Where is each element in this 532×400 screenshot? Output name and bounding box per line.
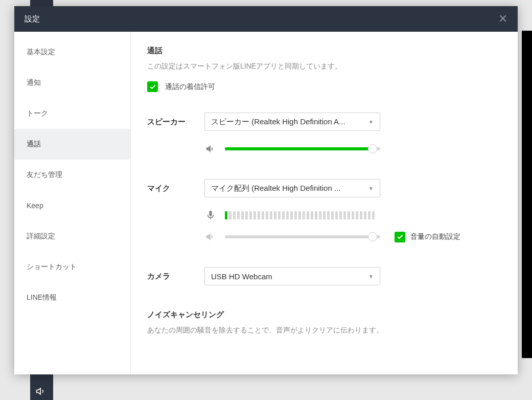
mic-level-bar: [303, 211, 305, 219]
mic-level-bar: [278, 211, 281, 219]
mic-section: マイク マイク配列 (Realtek High Definition ... ▼: [147, 179, 501, 242]
mic-level-bar: [335, 211, 338, 219]
mic-level-bar: [294, 211, 297, 219]
allow-incoming-checkbox[interactable]: [147, 81, 158, 92]
noise-section: ノイズキャンセリング あなたの周囲の騒音を除去することで、音声がよりクリアに伝わ…: [147, 310, 501, 335]
speaker-label: スピーカー: [147, 117, 204, 127]
sidebar-item-label: 通話: [27, 140, 41, 149]
camera-select[interactable]: USB HD Webcam ▼: [204, 267, 380, 285]
auto-volume-checkbox[interactable]: [395, 232, 405, 242]
mic-selected-value: マイク配列 (Realtek High Definition ...: [211, 184, 340, 193]
noise-title: ノイズキャンセリング: [147, 310, 501, 320]
sidebar-item-keep[interactable]: Keep: [14, 190, 130, 221]
mic-level-bar: [282, 211, 285, 219]
camera-selected-value: USB HD Webcam: [211, 272, 272, 281]
mic-level-bar: [290, 211, 293, 219]
sidebar-item-label: 通知: [27, 78, 41, 87]
mic-level-bar: [253, 211, 256, 219]
mic-level-bar: [237, 211, 240, 219]
mic-level-bar: [352, 211, 354, 219]
sidebar-item-line-info[interactable]: LINE情報: [14, 282, 130, 313]
speaker-select[interactable]: スピーカー (Realtek High Definition A... ▼: [204, 113, 380, 131]
modal-body: 基本設定 通知 トーク 通話 友だち管理 Keep 詳細設定 ショートカット L…: [14, 32, 518, 374]
mic-level-bar: [262, 211, 264, 219]
mic-volume-slider[interactable]: [225, 235, 380, 238]
noise-description: あなたの周囲の騒音を除去することで、音声がよりクリアに伝わります。: [147, 326, 501, 335]
mic-level-bar: [311, 211, 313, 219]
svg-marker-0: [37, 388, 41, 394]
mic-level-bar: [348, 211, 350, 219]
mic-level-bar: [368, 211, 371, 219]
mic-level-bar: [249, 211, 252, 219]
mic-level-bar: [298, 211, 301, 219]
mic-level-bar: [233, 211, 236, 219]
chevron-down-icon: ▼: [368, 119, 374, 125]
mic-level-row: [204, 210, 501, 221]
speaker-volume-slider[interactable]: [225, 147, 380, 150]
allow-incoming-row: 通話の着信許可: [147, 81, 501, 92]
call-section-description: この設定はスマートフォン版LINEアプリと同期しています。: [147, 62, 501, 71]
camera-row: カメラ USB HD Webcam ▼: [147, 267, 501, 285]
mic-level-bar: [274, 211, 276, 219]
mic-level-bar: [360, 211, 362, 219]
sidebar-item-advanced[interactable]: 詳細設定: [14, 221, 130, 252]
sidebar-item-label: 詳細設定: [27, 232, 55, 241]
slider-thumb[interactable]: [368, 144, 377, 153]
auto-volume-row: 音量の自動設定: [395, 232, 460, 242]
sidebar-item-label: ショートカット: [27, 262, 77, 272]
speaker-row: スピーカー スピーカー (Realtek High Definition A..…: [147, 113, 501, 131]
sidebar-item-label: LINE情報: [27, 293, 57, 302]
mic-level-bar: [258, 211, 260, 219]
background-right-panel: [522, 31, 532, 358]
sidebar-item-notification[interactable]: 通知: [14, 68, 130, 98]
mic-level-bar: [225, 211, 227, 219]
sidebar-item-talk[interactable]: トーク: [14, 98, 130, 129]
mic-level-meter: [225, 211, 375, 219]
modal-header: 設定 ✕: [14, 6, 518, 32]
slider-thumb[interactable]: [368, 232, 377, 241]
allow-incoming-label: 通話の着信許可: [165, 82, 215, 92]
sidebar-item-label: 基本設定: [27, 48, 55, 57]
speaker-volume-row: [204, 143, 501, 154]
speaker-icon-disabled: [204, 231, 217, 242]
mic-level-bar: [245, 211, 248, 219]
sidebar-item-basic[interactable]: 基本設定: [14, 37, 130, 68]
mic-level-bar: [331, 211, 334, 219]
speaker-section: スピーカー スピーカー (Realtek High Definition A..…: [147, 113, 501, 154]
camera-label: カメラ: [147, 272, 204, 281]
settings-modal: 設定 ✕ 基本設定 通知 トーク 通話 友だち管理 Keep 詳細設定 ショート…: [14, 6, 518, 374]
mic-level-bar: [319, 211, 321, 219]
modal-title: 設定: [25, 14, 40, 24]
call-section-title: 通話: [147, 46, 501, 56]
slider-fill: [225, 147, 373, 150]
mic-level-bar: [315, 211, 317, 219]
mic-level-bar: [270, 211, 272, 219]
mic-row: マイク マイク配列 (Realtek High Definition ... ▼: [147, 179, 501, 197]
sidebar-item-call[interactable]: 通話: [14, 129, 130, 160]
mic-level-bar: [327, 211, 330, 219]
mic-level-bar: [364, 211, 366, 219]
close-icon[interactable]: ✕: [498, 13, 507, 25]
settings-main: 通話 この設定はスマートフォン版LINEアプリと同期しています。 通話の着信許可…: [131, 32, 518, 374]
sidebar-item-shortcut[interactable]: ショートカット: [14, 252, 130, 282]
mic-level-bar: [372, 211, 375, 219]
mic-level-bar: [356, 211, 358, 219]
speaker-icon: [204, 143, 217, 154]
speaker-selected-value: スピーカー (Realtek High Definition A...: [211, 117, 345, 127]
auto-volume-label: 音量の自動設定: [410, 232, 460, 241]
chevron-down-icon: ▼: [368, 186, 374, 191]
sidebar-item-label: トーク: [27, 109, 48, 118]
mic-icon: [204, 210, 217, 221]
mic-level-bar: [229, 211, 232, 219]
speaker-icon: [36, 386, 46, 399]
sidebar-item-friends[interactable]: 友だち管理: [14, 160, 130, 190]
settings-sidebar: 基本設定 通知 トーク 通話 友だち管理 Keep 詳細設定 ショートカット L…: [14, 32, 131, 374]
mic-label: マイク: [147, 184, 204, 193]
mic-volume-row: 音量の自動設定: [204, 231, 501, 242]
mic-select[interactable]: マイク配列 (Realtek High Definition ... ▼: [204, 179, 380, 197]
mic-level-bar: [323, 211, 326, 219]
mic-level-bar: [343, 211, 346, 219]
chevron-down-icon: ▼: [368, 274, 374, 279]
mic-level-bar: [339, 211, 342, 219]
camera-section: カメラ USB HD Webcam ▼: [147, 267, 501, 285]
